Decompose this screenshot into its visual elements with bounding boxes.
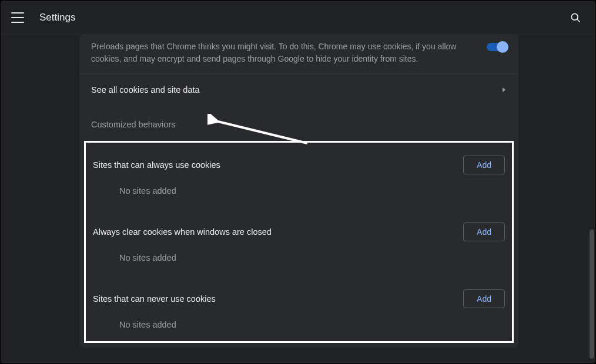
top-bar: Settings (1, 1, 595, 35)
add-button-clear-on-close[interactable]: Add (463, 223, 505, 241)
behavior-header: Sites that can never use cookies Add (93, 287, 505, 311)
add-button-always-allow[interactable]: Add (463, 156, 505, 174)
preload-toggle[interactable] (487, 43, 507, 51)
behavior-title: Always clear cookies when windows are cl… (93, 227, 463, 237)
scrollbar-thumb[interactable] (590, 230, 594, 359)
behavior-never-allow: Sites that can never use cookies Add No … (86, 279, 512, 339)
see-all-cookies-row[interactable]: See all cookies and site data (79, 74, 518, 106)
settings-panel: Preloads pages that Chrome thinks you mi… (79, 35, 518, 348)
behavior-header: Always clear cookies when windows are cl… (93, 220, 505, 244)
behavior-header: Sites that can always use cookies Add (93, 153, 505, 177)
preload-pages-row: Preloads pages that Chrome thinks you mi… (79, 35, 518, 73)
behavior-title: Sites that can always use cookies (93, 160, 463, 170)
scrollbar-track[interactable] (588, 36, 594, 361)
behavior-clear-on-close: Always clear cookies when windows are cl… (86, 212, 512, 279)
no-sites-text: No sites added (93, 311, 505, 335)
search-button[interactable] (566, 8, 585, 27)
content-area: Preloads pages that Chrome thinks you mi… (1, 35, 595, 363)
add-button-never-allow[interactable]: Add (463, 289, 505, 308)
page-title: Settings (39, 12, 75, 23)
app-window: Settings Preloads pages that Chrome thin… (0, 0, 596, 364)
highlight-annotation-box: Sites that can always use cookies Add No… (84, 141, 514, 343)
svg-line-1 (577, 19, 580, 22)
svg-point-0 (571, 14, 578, 20)
behavior-title: Sites that can never use cookies (93, 294, 463, 304)
no-sites-text: No sites added (93, 244, 505, 275)
chevron-right-icon (502, 85, 507, 95)
no-sites-text: No sites added (93, 177, 505, 208)
behavior-always-allow: Sites that can always use cookies Add No… (86, 145, 512, 212)
see-all-cookies-label: See all cookies and site data (91, 85, 502, 95)
search-icon (570, 12, 581, 23)
toggle-knob (497, 41, 508, 53)
customized-behaviors-header: Customized behaviors (79, 106, 518, 141)
menu-icon[interactable] (11, 12, 24, 23)
preload-description: Preloads pages that Chrome thinks you mi… (91, 41, 487, 65)
